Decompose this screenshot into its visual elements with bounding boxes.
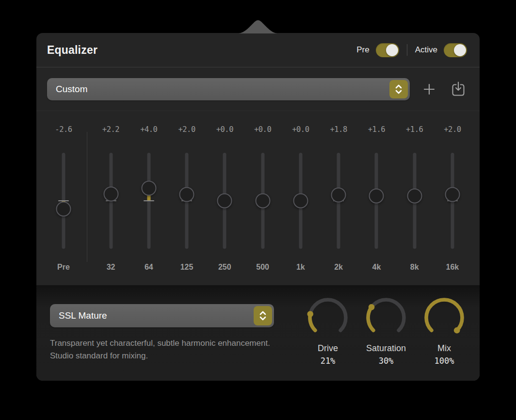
slider-knob[interactable] (56, 201, 71, 216)
eq-slider (172, 153, 201, 249)
eq-band-8k: +1.68k (400, 125, 429, 273)
slider-knob[interactable] (293, 194, 308, 209)
eq-slider (97, 153, 126, 249)
knob-label: Drive (318, 343, 338, 354)
saturation-knobs: Drive21%Saturation30%Mix100% (289, 285, 480, 381)
eq-band-value: +2.0 (444, 125, 461, 136)
eq-band-label: 64 (145, 263, 153, 273)
mix-knob[interactable] (422, 296, 466, 339)
knob-label: Saturation (366, 343, 406, 354)
equalizer-bands: -2.6Pre+2.232+4.064+2.0125+0.0250+0.0500… (49, 125, 467, 273)
saturation-description: Transparent yet characterful, subtle har… (50, 337, 283, 362)
eq-slider (286, 153, 315, 249)
eq-band-value: +1.6 (406, 125, 423, 136)
knob-value: 21% (321, 356, 336, 366)
saturation-section: SSL Mature Transparent yet characterful,… (36, 285, 480, 381)
saturation-knob[interactable] (364, 296, 408, 339)
chevron-up-down-icon (254, 306, 272, 325)
equalizer-popover: Equalizer Pre Active Custom (36, 33, 480, 381)
popover-arrow (239, 19, 277, 33)
equalizer-section: -2.6Pre+2.232+4.064+2.0125+0.0250+0.0500… (36, 111, 480, 285)
eq-band-value: +1.8 (330, 125, 347, 136)
plus-icon (423, 83, 435, 96)
header: Equalizer Pre Active (36, 33, 480, 67)
mix-knob-block: Mix100% (420, 296, 468, 381)
eq-band-16k: +2.016k (438, 125, 467, 273)
slider-knob[interactable] (445, 187, 460, 202)
eq-band-1k: +0.01k (286, 125, 315, 273)
eq-band-64: +4.064 (134, 125, 163, 273)
active-toggle-label: Active (415, 45, 437, 55)
eq-band-label: 1k (296, 263, 305, 273)
eq-band-label: 4k (372, 263, 381, 273)
eq-band-label: 125 (180, 263, 194, 273)
pre-toggle[interactable] (376, 43, 399, 57)
eq-band-label: 8k (410, 263, 419, 273)
eq-band-label: 32 (107, 263, 115, 273)
page-title: Equalizer (47, 44, 97, 57)
knob-value: 100% (435, 356, 454, 366)
slider-knob[interactable] (179, 187, 194, 202)
saturation-preset-value: SSL Mature (50, 310, 107, 321)
saturation-preset-select[interactable]: SSL Mature (50, 304, 274, 327)
eq-band-value: +2.0 (178, 125, 195, 136)
eq-band-value: +0.0 (292, 125, 309, 136)
eq-band-value: +0.0 (254, 125, 271, 136)
eq-slider (210, 153, 239, 249)
saturation-left: SSL Mature Transparent yet characterful,… (36, 285, 289, 381)
eq-slider (248, 153, 277, 249)
eq-slider (438, 153, 467, 249)
eq-band-label: 500 (256, 263, 269, 273)
header-toggles: Pre Active (356, 43, 467, 57)
eq-band-value: +2.2 (102, 125, 119, 136)
eq-band-2k: +1.82k (324, 125, 353, 273)
eq-slider (400, 153, 429, 249)
slider-knob[interactable] (407, 188, 422, 203)
eq-slider (324, 153, 353, 249)
knob-label: Mix (437, 343, 451, 354)
eq-band-label: Pre (57, 263, 70, 273)
slider-knob[interactable] (331, 188, 346, 203)
download-icon (450, 81, 467, 97)
eq-band-value: +0.0 (216, 125, 233, 136)
eq-band-250: +0.0250 (210, 125, 239, 273)
eq-band-125: +2.0125 (172, 125, 201, 273)
toggle-divider (407, 44, 407, 56)
saturation-knob-block: Saturation30% (362, 296, 410, 381)
pre-toggle-group: Pre (356, 43, 399, 57)
chevron-up-down-icon (389, 80, 408, 98)
knob-value: 30% (379, 356, 394, 366)
eq-band-4k: +1.64k (362, 125, 391, 273)
eq-slider (362, 153, 391, 249)
eq-band-value: +4.0 (140, 125, 157, 136)
slider-knob[interactable] (255, 194, 270, 209)
drive-knob-block: Drive21% (304, 296, 352, 381)
slider-knob[interactable] (217, 194, 232, 209)
import-preset-button[interactable] (449, 80, 468, 99)
preset-select[interactable]: Custom (47, 78, 410, 100)
active-toggle[interactable] (444, 43, 467, 57)
drive-knob[interactable] (306, 296, 350, 339)
slider-center-tick (144, 200, 154, 201)
pre-band-divider (87, 132, 87, 262)
eq-band-label: 2k (334, 263, 343, 273)
slider-knob[interactable] (103, 186, 118, 201)
eq-slider (49, 153, 78, 249)
slider-knob[interactable] (369, 188, 384, 203)
add-preset-button[interactable] (419, 80, 439, 99)
eq-band-500: +0.0500 (248, 125, 277, 273)
eq-band-32: +2.232 (97, 125, 126, 273)
preset-bar: Custom (36, 67, 480, 111)
eq-slider (134, 153, 163, 249)
eq-band-label: 16k (446, 263, 459, 273)
eq-band-value: -2.6 (55, 125, 72, 136)
preset-select-value: Custom (47, 84, 87, 95)
slider-knob[interactable] (141, 181, 156, 196)
active-toggle-group: Active (415, 43, 467, 57)
pre-toggle-label: Pre (356, 45, 369, 55)
eq-band-label: 250 (218, 263, 231, 273)
eq-band-value: +1.6 (368, 125, 385, 136)
eq-band-pre: -2.6Pre (49, 125, 78, 273)
